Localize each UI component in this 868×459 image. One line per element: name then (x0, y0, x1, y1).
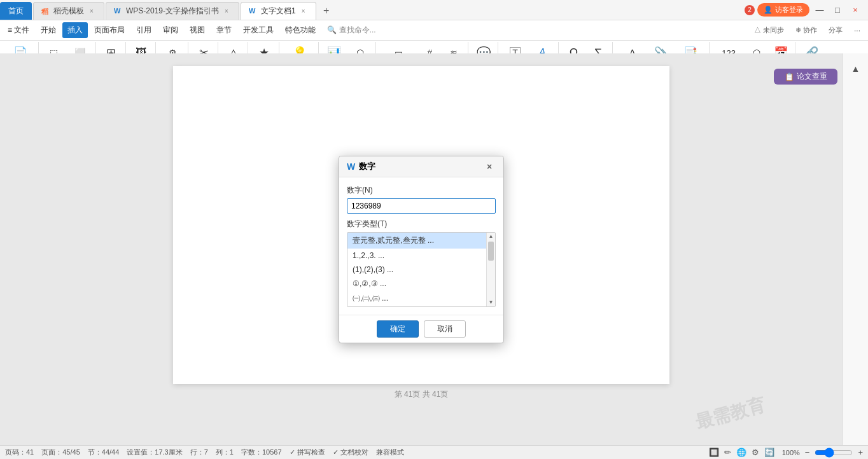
tab-doc1-label: 文字文档1 (261, 6, 296, 17)
menu-sync[interactable]: △ 未同步 (749, 23, 789, 38)
menu-insert[interactable]: 插入 (62, 22, 88, 38)
status-page-info: 页面：45/45 (41, 448, 80, 457)
minimize-button[interactable]: — (812, 3, 827, 18)
status-icon-refresh[interactable]: 🔄 (764, 448, 774, 457)
status-right: 🔲 ✏ 🌐 ⚙ 🔄 100% − + (709, 448, 863, 458)
page-info-text2: 页面：45/45 (41, 448, 80, 457)
dialog-close-button[interactable]: × (483, 160, 496, 173)
add-tab-button[interactable]: + (318, 2, 335, 20)
zoom-slider[interactable] (815, 448, 853, 458)
confirm-button[interactable]: 确定 (377, 320, 419, 338)
titlebar: 首页 稻 稻壳模板 × W WPS-2019-文字操作指引书 × W 文字文档1… (0, 0, 868, 20)
status-wordcount: 字数：10567 (241, 448, 282, 457)
menu-collab[interactable]: ❄ 协作 (790, 23, 822, 38)
scroll-thumb[interactable] (488, 242, 494, 261)
status-spellcheck[interactable]: ✓ 拼写检查 (290, 448, 325, 457)
tab-template-close[interactable]: × (87, 7, 96, 16)
scroll-thumb-area (487, 240, 495, 299)
dialog-wps-icon: W (347, 161, 355, 172)
number-input[interactable] (347, 198, 496, 214)
page-code-text: 页码：41 (5, 448, 34, 457)
status-icon-edit[interactable]: ✏ (724, 448, 731, 457)
tab-wps-guide[interactable]: W WPS-2019-文字操作指引书 × (106, 2, 239, 20)
menubar: ≡ 文件 开始 插入 页面布局 引用 审阅 视图 章节 开发工具 特色功能 🔍 … (0, 20, 868, 41)
maximize-button[interactable]: □ (830, 3, 845, 18)
tab-wps-guide-icon: W (114, 7, 123, 16)
cancel-button[interactable]: 取消 (424, 320, 466, 338)
menu-share[interactable]: 分享 (823, 23, 848, 38)
listbox-items: 壹元整,贰元整,叁元整 ... 1.,2.,3. ... (1),(2),(3)… (347, 233, 486, 306)
status-page-code: 页码：41 (5, 448, 34, 457)
dialog-footer: 确定 取消 (339, 315, 503, 343)
tab-doc1-icon: W (249, 7, 258, 16)
list-item-3[interactable]: ①,②,③ ... (347, 277, 486, 291)
titlebar-right: 2 👤 访客登录 — □ × (745, 3, 868, 18)
menu-start[interactable]: 开始 (36, 22, 61, 38)
settings-text: 设置值：17.3厘米 (127, 448, 182, 457)
tab-doc1[interactable]: W 文字文档1 × (241, 2, 316, 20)
scroll-up-arrow[interactable]: ▲ (487, 233, 495, 240)
menu-chapter[interactable]: 章节 (211, 22, 237, 38)
status-col: 列：1 (216, 448, 234, 457)
tab-template-label: 稻壳模板 (53, 6, 84, 17)
tab-template-icon: 稻 (41, 7, 50, 16)
tab-wps-guide-label: WPS-2019-文字操作指引书 (126, 6, 219, 17)
status-icon-globe[interactable]: 🌐 (736, 448, 746, 457)
status-compat: 兼容模式 (376, 448, 404, 457)
dialog-title-bar: W 数字 × (339, 156, 503, 177)
scroll-down-arrow[interactable]: ▼ (487, 299, 495, 306)
right-panel: ▲ (843, 53, 868, 445)
status-icon-grid[interactable]: 🔲 (709, 448, 719, 457)
menu-ref[interactable]: 引用 (131, 22, 157, 38)
col-text: 列：1 (216, 448, 234, 457)
list-item-1[interactable]: 1.,2.,3. ... (347, 249, 486, 263)
number-type-listbox: 壹元整,贰元整,叁元整 ... 1.,2.,3. ... (1),(2),(3)… (347, 232, 496, 307)
tab-home[interactable]: 首页 (0, 2, 32, 20)
close-button[interactable]: × (848, 3, 863, 18)
dialog-body: 数字(N) 数字类型(T) 壹元整,贰元整,叁元整 ... 1.,2.,3. .… (339, 177, 503, 315)
word-count-text: 字数：10567 (241, 448, 282, 457)
menu-layout[interactable]: 页面布局 (89, 22, 130, 38)
number-field-label: 数字(N) (347, 185, 496, 196)
status-section: 节：44/44 (88, 448, 120, 457)
visit-login-button[interactable]: 👤 访客登录 (757, 3, 809, 17)
row-text: 行：7 (190, 448, 208, 457)
tab-doc1-close[interactable]: × (299, 7, 308, 16)
zoom-level: 100% (782, 449, 800, 456)
tab-home-label: 首页 (8, 6, 24, 17)
listbox-wrap: 壹元整,贰元整,叁元整 ... 1.,2.,3. ... (1),(2),(3)… (347, 233, 495, 306)
status-icon-gear[interactable]: ⚙ (752, 448, 759, 457)
menu-search[interactable]: 🔍 查找命令... (322, 22, 381, 38)
tab-wps-guide-close[interactable]: × (222, 7, 231, 16)
dialog-title-content: W 数字 (347, 161, 375, 172)
collapse-icon: ▲ (851, 64, 860, 74)
tabs-area: 首页 稻 稻壳模板 × W WPS-2019-文字操作指引书 × W 文字文档1… (0, 0, 745, 20)
menu-view[interactable]: 视图 (185, 22, 210, 38)
panel-collapse-button[interactable]: ▲ (846, 58, 866, 79)
listbox-scrollbar[interactable]: ▲ ▼ (486, 233, 495, 306)
status-settings: 设置值：17.3厘米 (127, 448, 182, 457)
notification-badge[interactable]: 2 (745, 5, 755, 15)
doc-check-text: ✓ 文档校对 (333, 448, 368, 457)
menu-file[interactable]: ≡ 文件 (3, 22, 34, 38)
list-item-2[interactable]: (1),(2),(3) ... (347, 263, 486, 277)
number-dialog: W 数字 × 数字(N) 数字类型(T) 壹元整,贰元整,叁元整 ... 1.,… (339, 156, 504, 343)
zoom-in-button[interactable]: + (858, 448, 863, 457)
visit-login-icon: 👤 (764, 6, 773, 14)
tab-template[interactable]: 稻 稻壳模板 × (33, 2, 104, 20)
visit-login-label: 访客登录 (775, 5, 803, 15)
dialog-title-text: 数字 (359, 161, 375, 172)
list-item-4[interactable]: ㈠,㈡,㈢ ... (347, 291, 486, 306)
dialog-overlay: W 数字 × 数字(N) 数字类型(T) 壹元整,贰元整,叁元整 ... 1.,… (0, 53, 843, 445)
zoom-out-button[interactable]: − (805, 448, 810, 457)
status-doccheck[interactable]: ✓ 文档校对 (333, 448, 368, 457)
menu-dev[interactable]: 开发工具 (238, 22, 279, 38)
list-item-0[interactable]: 壹元整,贰元整,叁元整 ... (347, 233, 486, 249)
statusbar: 页码：41 页面：45/45 节：44/44 设置值：17.3厘米 行：7 列：… (0, 445, 868, 459)
number-type-label: 数字类型(T) (347, 219, 496, 230)
menu-review[interactable]: 审阅 (158, 22, 183, 38)
compat-mode-text: 兼容模式 (376, 448, 404, 457)
menu-more[interactable]: ··· (849, 24, 865, 38)
menu-feature[interactable]: 特色功能 (280, 22, 321, 38)
spell-check-text: ✓ 拼写检查 (290, 448, 325, 457)
